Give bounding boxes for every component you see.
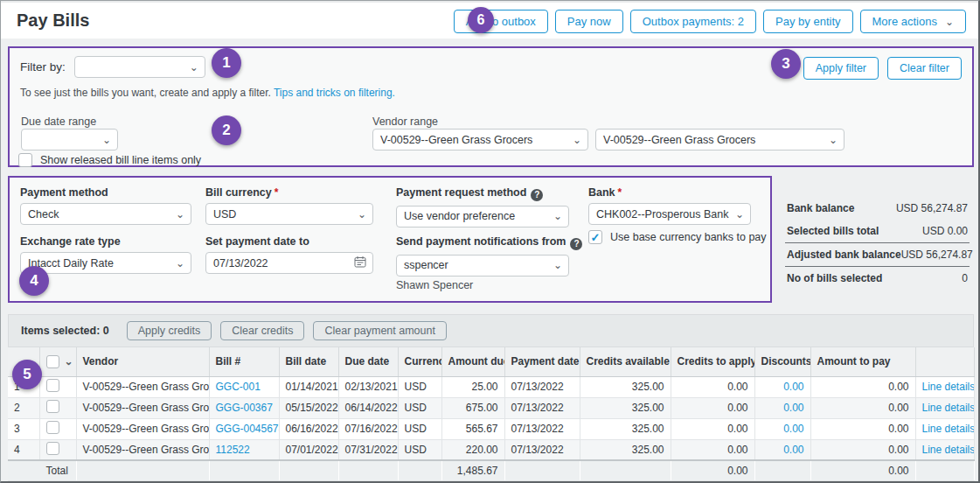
- chevron-down-icon: ⌄: [945, 17, 954, 27]
- clear-credits-button[interactable]: Clear credits: [220, 321, 304, 340]
- line-details-link[interactable]: Line details: [922, 444, 975, 456]
- discounts-link[interactable]: 0.00: [783, 444, 803, 456]
- payment-section: Payment method Check ⌄ Bill currency* US…: [8, 176, 772, 303]
- annotation-badge-5: 5: [12, 360, 42, 389]
- outbox-payments-button[interactable]: Outbox payments: 2: [630, 10, 756, 33]
- column-header-credits-available[interactable]: Credits available: [580, 347, 671, 376]
- column-header-bill-no[interactable]: Bill #: [209, 347, 279, 376]
- payment-method-select[interactable]: Check ⌄: [20, 203, 191, 225]
- row-checkbox[interactable]: [46, 421, 59, 434]
- table-row: 1 V-00529--Green Grass Grocers GGC-001 0…: [8, 376, 974, 397]
- set-payment-date-label: Set payment date to: [205, 235, 373, 248]
- column-header-discounts[interactable]: Discounts: [754, 347, 810, 376]
- chevron-down-icon[interactable]: ⌄: [65, 356, 73, 367]
- column-header-payment-date[interactable]: Payment date: [504, 347, 580, 376]
- selected-bills-total-row: Selected bills total USD 0.00: [785, 220, 970, 243]
- chevron-down-icon: ⌄: [735, 209, 744, 220]
- bank-balance-row: Bank balance USD 56,274.87: [785, 197, 970, 220]
- line-details-link[interactable]: Line details: [922, 423, 975, 435]
- apply-credits-button[interactable]: Apply credits: [127, 321, 212, 340]
- chevron-down-icon: ⌄: [553, 211, 562, 221]
- use-base-currency-label: Use base currency banks to pay: [610, 231, 767, 243]
- chevron-down-icon: ⌄: [102, 135, 111, 145]
- column-header-bill-date[interactable]: Bill date: [279, 347, 338, 376]
- column-header-amount-to-pay[interactable]: Amount to pay: [810, 347, 915, 376]
- filter-tips-link[interactable]: Tips and tricks on filtering.: [274, 87, 395, 99]
- more-actions-button[interactable]: More actions ⌄: [860, 10, 966, 33]
- filter-help-text: To see just the bills you want, create a…: [20, 87, 395, 99]
- line-details-link[interactable]: Line details: [922, 381, 975, 393]
- row-checkbox[interactable]: [46, 379, 59, 392]
- filter-by-select[interactable]: ⌄: [74, 56, 205, 78]
- top-action-buttons: Add to outbox Pay now Outbox payments: 2…: [454, 10, 966, 33]
- required-asterisk: *: [618, 186, 622, 199]
- chevron-down-icon: ⌄: [573, 135, 581, 145]
- line-details-link[interactable]: Line details: [922, 402, 975, 414]
- page-title: Pay Bills: [17, 10, 89, 31]
- pay-now-button[interactable]: Pay now: [555, 10, 623, 33]
- select-all-header: ⌄: [39, 347, 76, 376]
- clear-filter-button[interactable]: Clear filter: [887, 57, 962, 80]
- bill-number-link[interactable]: GGC-001: [216, 381, 261, 393]
- bill-currency-select[interactable]: USD ⌄: [205, 203, 373, 225]
- column-header-due-date[interactable]: Due date: [338, 347, 398, 376]
- bank-select[interactable]: CHK002--Prosperous Bank ⌄: [588, 203, 751, 225]
- due-date-range-select[interactable]: ⌄: [21, 129, 118, 150]
- payment-method-label: Payment method: [20, 186, 191, 199]
- more-actions-label: More actions: [872, 15, 937, 28]
- annotation-badge-1: 1: [212, 48, 241, 78]
- discounts-link[interactable]: 0.00: [783, 402, 803, 414]
- annotation-badge-2: 2: [212, 116, 241, 145]
- bank-label: Bank*: [588, 186, 751, 199]
- payment-request-method-label: Payment request method?: [396, 186, 569, 201]
- send-notifications-label: Send payment notifications from?: [396, 235, 569, 250]
- apply-filter-button[interactable]: Apply filter: [803, 57, 879, 80]
- vendor-cell: V-00529--Green Grass Grocers: [76, 439, 209, 460]
- total-amount-due: 1,485.67: [441, 460, 504, 480]
- vendor-range-to-select[interactable]: V-00529--Green Grass Grocers ⌄: [595, 129, 844, 150]
- bill-number-link[interactable]: GGG-00367: [216, 402, 273, 414]
- row-checkbox[interactable]: [46, 400, 59, 413]
- column-header-credits-to-apply[interactable]: Credits to apply: [671, 347, 754, 376]
- discounts-link[interactable]: 0.00: [783, 423, 803, 435]
- help-icon[interactable]: ?: [570, 238, 582, 250]
- table-total-row: Total 1,485.67 0.00 0.00: [8, 460, 974, 480]
- bill-currency-label: Bill currency*: [205, 186, 373, 199]
- chevron-down-icon: ⌄: [553, 260, 562, 270]
- use-base-currency-checkbox[interactable]: ✓: [588, 230, 602, 244]
- select-all-checkbox[interactable]: [46, 355, 59, 368]
- total-amount-to-pay: 0.00: [810, 460, 915, 480]
- required-asterisk: *: [275, 186, 279, 199]
- bill-number-link[interactable]: 112522: [216, 444, 250, 456]
- bill-number-link[interactable]: GGG-0045678: [216, 423, 280, 435]
- column-header-line-details: [915, 347, 974, 376]
- payment-request-method-select[interactable]: Use vendor preference ⌄: [396, 206, 569, 228]
- discounts-link[interactable]: 0.00: [783, 381, 803, 393]
- bank-summary-panel: Bank balance USD 56,274.87 Selected bill…: [785, 197, 970, 290]
- column-header-vendor[interactable]: Vendor: [76, 347, 209, 376]
- vendor-cell: V-00529--Green Grass Grocers: [76, 397, 209, 418]
- show-released-checkbox[interactable]: [18, 153, 32, 167]
- pay-by-entity-button[interactable]: Pay by entity: [763, 10, 852, 33]
- row-checkbox[interactable]: [46, 442, 59, 455]
- due-date-range-label: Due date range: [21, 116, 96, 128]
- check-icon: ✓: [591, 232, 601, 243]
- total-credits-to-apply: 0.00: [671, 460, 754, 480]
- items-selected-count: Items selected: 0: [21, 325, 109, 337]
- vendor-range-from-select[interactable]: V-00529--Green Grass Grocers ⌄: [372, 129, 588, 150]
- table-toolbar: Items selected: 0 Apply credits Clear cr…: [8, 314, 974, 347]
- column-header-amount-due[interactable]: Amount due: [441, 347, 504, 376]
- help-icon[interactable]: ?: [531, 189, 543, 201]
- bills-table: ⌄ Vendor Bill # Bill date Due date Curre…: [8, 347, 975, 481]
- table-row: 4 V-00529--Green Grass Grocers 112522 07…: [8, 439, 974, 460]
- calendar-icon[interactable]: [354, 256, 366, 270]
- total-label: Total: [39, 460, 76, 480]
- annotation-badge-4: 4: [19, 266, 49, 296]
- exchange-rate-type-select[interactable]: Intacct Daily Rate ⌄: [20, 252, 191, 274]
- send-notifications-select[interactable]: sspencer ⌄: [396, 255, 569, 276]
- bills-selected-row: No of bills selected 0: [785, 267, 970, 290]
- pay-bills-screen: Pay Bills Add to outbox Pay now Outbox p…: [0, 0, 980, 483]
- column-header-currency[interactable]: Currency: [398, 347, 441, 376]
- clear-payment-amount-button[interactable]: Clear payment amount: [313, 321, 446, 340]
- set-payment-date-input[interactable]: 07/13/2022: [205, 252, 373, 274]
